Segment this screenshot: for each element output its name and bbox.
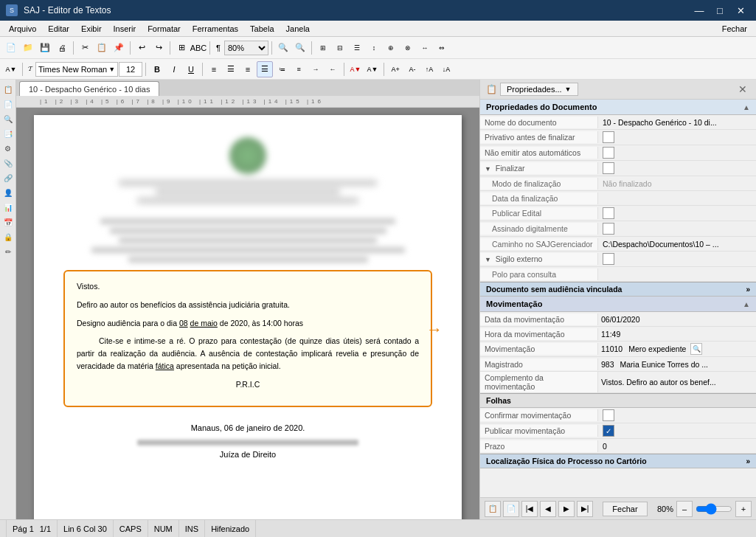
zoom-select[interactable]: 80% — [224, 41, 268, 55]
nav-prev-button[interactable]: ◀ — [540, 501, 556, 517]
font-selector[interactable]: Times New Roman ▼ — [35, 62, 118, 77]
footer-icon-1[interactable]: 📋 — [485, 501, 501, 517]
undo-button[interactable]: ↩ — [133, 40, 150, 56]
sidebar-icon-11[interactable]: 🔒 — [1, 230, 15, 243]
zoom-slider[interactable] — [696, 503, 732, 515]
font-size-input[interactable] — [119, 62, 142, 77]
new-button[interactable]: 📄 — [3, 40, 19, 56]
menu-fechar[interactable]: Fechar — [716, 21, 753, 36]
extra-btn-7[interactable]: ↔ — [417, 40, 433, 56]
outdent-button[interactable]: ← — [325, 61, 341, 77]
align-center-button[interactable]: ☰ — [223, 61, 239, 77]
menu-arquivo[interactable]: Arquivo — [3, 21, 42, 36]
localizacao-expand-icon[interactable]: » — [746, 457, 750, 465]
fechar-button[interactable]: Fechar — [603, 502, 647, 516]
sidebar-icon-5[interactable]: ⚙ — [1, 142, 15, 155]
nav-next-button[interactable]: ▶ — [558, 501, 575, 517]
underline-button[interactable]: U — [183, 61, 199, 77]
copy-button[interactable]: 📋 — [94, 40, 110, 56]
italic-button[interactable]: I — [166, 61, 182, 77]
nao-emitir-checkbox[interactable] — [603, 147, 614, 159]
spell-button[interactable]: ABC — [190, 40, 207, 56]
sidebar-icon-9[interactable]: 📊 — [1, 201, 15, 214]
zoom-plus-button[interactable]: + — [735, 501, 752, 517]
sidebar-icon-2[interactable]: 📄 — [1, 97, 15, 111]
align-left-button[interactable]: ≡ — [206, 61, 222, 77]
sigilo-value[interactable] — [598, 252, 756, 266]
sigilo-checkbox[interactable] — [603, 253, 614, 265]
confirmar-mov-value[interactable] — [598, 408, 756, 423]
extra-btn-5[interactable]: ⊕ — [383, 40, 399, 56]
publicar-mov-checkbox[interactable] — [603, 425, 614, 437]
extra-btn-6[interactable]: ⊗ — [400, 40, 416, 56]
align-justify-button[interactable]: ☰ — [257, 61, 273, 77]
highlight-button[interactable]: A▼ — [364, 61, 381, 77]
paste-button[interactable]: 📌 — [111, 40, 127, 56]
list-button[interactable]: ≔ — [274, 61, 290, 77]
sidebar-icon-8[interactable]: 👤 — [1, 186, 15, 199]
font-size-small[interactable]: A- — [404, 61, 420, 77]
menu-formatar[interactable]: Formatar — [142, 21, 187, 36]
font-size-large[interactable]: A+ — [387, 61, 403, 77]
menu-ferramentas[interactable]: Ferramentas — [187, 21, 244, 36]
table-button[interactable]: ⊞ — [173, 40, 190, 56]
menu-janela[interactable]: Janela — [280, 21, 316, 36]
sidebar-icon-4[interactable]: 📑 — [1, 127, 15, 140]
movimentacao-collapse-icon[interactable]: ▲ — [743, 300, 750, 308]
sidebar-icon-10[interactable]: 📅 — [1, 215, 15, 229]
assinado-value[interactable] — [598, 221, 756, 236]
menu-editar[interactable]: Editar — [42, 21, 75, 36]
open-button[interactable]: 📁 — [20, 40, 36, 56]
cut-button[interactable]: ✂ — [77, 40, 93, 56]
extra-btn-3[interactable]: ☰ — [349, 40, 365, 56]
publicar-edital-checkbox[interactable] — [603, 207, 614, 219]
bold-button[interactable]: B — [149, 61, 165, 77]
expand-icon-audiencia[interactable]: » — [746, 285, 750, 294]
sidebar-icon-12[interactable]: ✏ — [1, 245, 15, 258]
font-size-up[interactable]: ↑A — [421, 61, 437, 77]
sidebar-icon-6[interactable]: 📎 — [1, 156, 15, 170]
nao-emitir-value[interactable] — [598, 145, 756, 160]
font-size-down[interactable]: ↓A — [438, 61, 454, 77]
close-panel-button[interactable]: ✕ — [735, 83, 750, 95]
mov-search-button[interactable]: 🔍 — [690, 343, 702, 355]
privativo-checkbox[interactable] — [603, 131, 614, 143]
list2-button[interactable]: ≡ — [291, 61, 307, 77]
save-button[interactable]: 💾 — [37, 40, 53, 56]
menu-inserir[interactable]: Inserir — [108, 21, 142, 36]
doc-tab-active[interactable]: 10 - Despacho Genérico - 10 dias — [19, 81, 159, 96]
sidebar-icon-7[interactable]: 🔗 — [1, 171, 15, 184]
extra-btn-4[interactable]: ↕ — [366, 40, 382, 56]
zoom-minus-button[interactable]: – — [676, 501, 693, 517]
indent-button[interactable]: → — [308, 61, 324, 77]
close-button[interactable]: ✕ — [731, 3, 750, 18]
menu-exibir[interactable]: Exibir — [75, 21, 108, 36]
privativo-value[interactable] — [598, 130, 756, 145]
properties-dropdown-button[interactable]: Propriedades... ▼ — [500, 83, 578, 96]
text-style-button[interactable]: A▼ — [3, 61, 19, 77]
search-replace-button[interactable]: 🔍 — [292, 40, 308, 56]
finalizar-value[interactable] — [598, 161, 756, 176]
nav-last-button[interactable]: ▶| — [577, 501, 593, 517]
redo-button[interactable]: ↪ — [150, 40, 167, 56]
extra-btn-2[interactable]: ⊟ — [332, 40, 348, 56]
finalizar-checkbox[interactable] — [603, 162, 614, 174]
nav-first-button[interactable]: |◀ — [521, 501, 538, 517]
sidebar-icon-3[interactable]: 🔍 — [1, 112, 15, 125]
publicar-mov-value[interactable] — [598, 423, 756, 438]
color-button[interactable]: A▼ — [347, 61, 364, 77]
align-right-button[interactable]: ≡ — [240, 61, 256, 77]
confirmar-mov-checkbox[interactable] — [603, 409, 614, 421]
extra-btn-8[interactable]: ⇔ — [434, 40, 450, 56]
assinado-checkbox[interactable] — [603, 223, 614, 235]
print-button[interactable]: 🖨 — [54, 40, 70, 56]
search-button[interactable]: 🔍 — [275, 40, 291, 56]
menu-tabela[interactable]: Tabela — [244, 21, 280, 36]
page-scroll-area[interactable]: Vistos. Defiro ao autor os benefícios da… — [16, 108, 479, 519]
publicar-edital-value[interactable] — [598, 206, 756, 221]
maximize-button[interactable]: □ — [710, 3, 729, 18]
collapse-icon[interactable]: ▲ — [743, 103, 750, 111]
minimize-button[interactable]: — — [690, 3, 709, 18]
extra-btn-1[interactable]: ⊞ — [315, 40, 331, 56]
sidebar-icon-1[interactable]: 📋 — [1, 83, 15, 96]
